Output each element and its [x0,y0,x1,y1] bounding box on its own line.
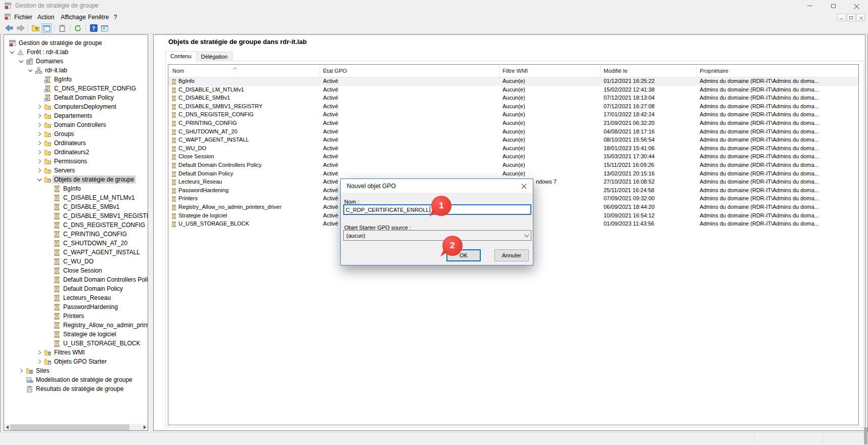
tree-item[interactable]: Strategie de logiciel [4,330,148,339]
tree-item[interactable]: rdr-it.lab [4,66,148,75]
tree-item[interactable]: Sites [4,366,148,375]
tree-expander[interactable] [17,57,25,65]
tab-delegation[interactable]: Délégation [197,52,233,61]
tree-item[interactable]: Lecteurs_Reseau [4,293,148,302]
menu-action[interactable]: Action [35,13,56,21]
tree-item[interactable]: Domain Controllers [4,120,148,129]
menu-help[interactable]: ? [112,13,119,21]
tree-expander[interactable] [26,66,34,74]
scroll-icon [53,248,61,256]
table-row[interactable]: C_DISABLE_LM_NTLMv1 Activé Aucun(e) 15/0… [168,86,858,95]
tree-horizontal-scrollbar[interactable] [4,424,148,430]
menu-fenetre[interactable]: Fenêtre [86,13,111,21]
child-close-button[interactable] [856,14,865,21]
menu-fichier[interactable]: Fichier [12,13,34,21]
column-header-nom[interactable]: Nom [172,68,184,74]
tree-item[interactable]: Modélisation de stratégie de groupe [4,375,148,384]
back-button[interactable] [4,23,14,33]
table-row[interactable]: Close Session Activé Aucun(e) 15/03/2021… [168,153,858,161]
tree-item[interactable]: Objets GPO Starter [4,357,148,366]
tree-item[interactable]: C_PRINTING_CONFIG [4,230,148,239]
tree-item[interactable]: Gestion de stratégie de groupe [4,38,148,48]
tree-item[interactable]: Registry_Allow_no_admin_printers_driver [4,321,148,330]
tree-item[interactable]: BgInfo [4,184,148,193]
tree-item[interactable]: Groups [4,129,148,139]
tree-item[interactable]: Ordinateurs2 [4,148,148,157]
table-row[interactable]: C_PRINTING_CONFIG Activé Aucun(e) 21/09/… [168,119,858,128]
tree-item[interactable]: Default Domain Policy [4,284,148,293]
tree-item[interactable]: Forêt : rdr-it.lab [4,48,148,57]
tree-item[interactable]: Departements [4,111,148,120]
column-header-etat-gpo[interactable]: État GPO [323,68,347,74]
table-row[interactable]: BgInfo Activé Aucun(e) 01/12/2021 16:25:… [168,77,858,86]
refresh-button[interactable] [73,23,83,33]
tree-item[interactable]: Filtres WMI [4,348,148,357]
tree-item[interactable]: Default Domain Controllers Policy [4,275,148,284]
tree-expander[interactable] [8,48,16,56]
tree-expander[interactable] [35,121,43,129]
tree-expander[interactable] [35,157,43,165]
tree-item[interactable]: Objets de stratégie de groupe [4,175,148,184]
tree-item[interactable]: C_DISABLE_LM_NTLMv1 [4,193,148,202]
table-row[interactable]: C_DNS_REGISTER_CONFIG Activé Aucun(e) 17… [168,111,858,119]
tree-item[interactable]: C_DNS_REGISTER_CONFIG [4,84,148,93]
table-row[interactable]: Default Domain Controllers Policy Activé… [168,161,858,170]
tree-item[interactable]: Close Session [4,266,148,275]
table-row[interactable]: C_DISABLE_SMBV1_REGISTRY Activé Aucun(e)… [168,103,858,111]
table-row[interactable]: C_WU_DO Activé Aucun(e) 18/01/2023 15:41… [168,145,858,153]
tree-expander[interactable] [35,166,43,174]
tree-item[interactable]: Printers [4,312,148,321]
scroll-left-arrow[interactable] [4,424,10,430]
action-pane-button[interactable] [100,23,110,33]
show-console-tree-button[interactable] [41,23,52,33]
tree-item[interactable]: Permissions [4,157,148,166]
dialog-close-button[interactable] [518,182,530,191]
tree-item[interactable]: C_WAPT_AGENT_INSTALL [4,248,148,257]
tree-item[interactable]: Ordinateurs [4,139,148,148]
table-row[interactable]: C_DISABLE_SMBv1 Activé Aucun(e) 07/12/20… [168,94,858,103]
tree-item[interactable]: Default Domain Policy [4,93,148,102]
child-minimize-button[interactable] [837,14,846,21]
tree-expander[interactable] [35,130,43,138]
scrollbar-thumb[interactable] [10,424,129,430]
table-row[interactable]: C_SHUTDOWN_AT_20 Activé Aucun(e) 04/08/2… [168,128,858,137]
restore-button[interactable] [821,0,845,12]
tree-expander[interactable] [35,139,43,147]
tree-item[interactable]: C_SHUTDOWN_AT_20 [4,239,148,248]
tree-item[interactable]: C_DNS_REGISTER_CONFIG [4,220,148,230]
forward-button[interactable] [15,23,25,33]
column-header-proprietaire[interactable]: Propriétaire [700,68,728,74]
tree-item[interactable]: ComputersDeployment [4,102,148,111]
tree-expander[interactable] [17,367,25,375]
menu-affichage[interactable]: Affichage [59,13,88,21]
child-restore-button[interactable] [847,14,855,21]
properties-button[interactable] [57,23,67,33]
tree-item[interactable]: Résultats de stratégie de groupe [4,384,148,393]
column-header-modifie-le[interactable]: Modifié le [604,68,627,74]
tree-item[interactable]: C_WU_DO [4,257,148,266]
cancel-button[interactable]: Annuler [494,249,529,261]
help-button[interactable]: ? [88,23,99,33]
starter-gpo-select[interactable]: (aucun) [343,230,531,241]
tree-expander[interactable] [35,348,43,357]
tab-contenu[interactable]: Contenu [165,51,197,61]
table-row[interactable]: C_WAPT_AGENT_INSTALL Activé Aucun(e) 08/… [168,136,858,145]
tree-item[interactable]: Domaines [4,57,148,66]
tree-item[interactable]: Servers [4,166,148,175]
tree-expander[interactable] [35,148,43,156]
scroll-right-arrow[interactable] [142,424,148,430]
tree-item[interactable]: BgInfo [4,75,148,84]
tree-expander[interactable] [35,112,43,120]
tree-item[interactable]: C_DISABLE_SMBV1_REGISTRY [4,211,148,220]
tree-item[interactable]: U_USB_STORAGE_BLOCK [4,339,148,348]
table-row[interactable]: Default Domain Policy Activé Aucun(e) 13… [168,170,858,179]
export-list-button[interactable] [30,23,40,33]
minimize-button[interactable] [798,0,821,12]
tree-item[interactable]: C_DISABLE_SMBv1 [4,202,148,211]
tree-expander[interactable] [35,103,43,111]
tree-item[interactable]: PasswordHardening [4,302,148,312]
tree-expander[interactable] [35,358,43,366]
tree-expander[interactable] [35,175,43,184]
column-header-filtre-wmi[interactable]: Filtre WMI [502,68,528,74]
close-button[interactable] [845,0,868,12]
